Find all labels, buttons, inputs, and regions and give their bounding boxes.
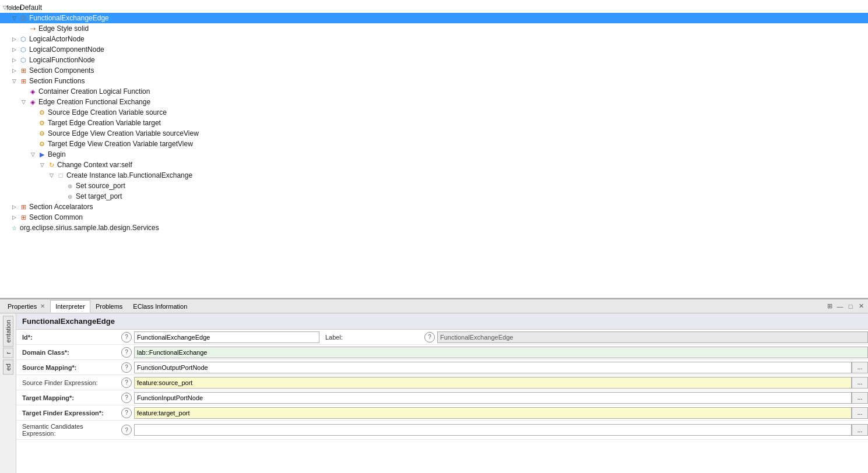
tab-action-btn-3[interactable]: ✕	[856, 302, 866, 311]
tree-toggle[interactable]: ▽	[28, 150, 37, 159]
tree-item-sectionFunctions[interactable]: ▽⊞Section Functions	[0, 76, 868, 86]
form-input[interactable]	[134, 362, 852, 373]
tree-node-icon: ↻	[47, 160, 56, 170]
tree-item-createInstance[interactable]: ▽□Create Instance lab.FunctionalExchange	[0, 170, 868, 181]
tree-node-icon: ⊛	[65, 181, 75, 190]
tree-toggle[interactable]	[19, 87, 28, 96]
tab-action-btn-2[interactable]: □	[846, 302, 855, 311]
form-field-group: ...	[134, 407, 868, 419]
tree-toggle[interactable]	[56, 181, 65, 190]
tree-toggle[interactable]: ▽	[47, 171, 56, 180]
help-icon[interactable]: ?	[121, 408, 132, 418]
tree-item-default[interactable]: ▽folderDefault	[0, 2, 868, 13]
tree-node-icon: folder	[9, 3, 19, 12]
tree-toggle[interactable]: ▽	[9, 76, 19, 86]
form-label: Label:	[319, 331, 424, 343]
tree-node-icon: ⬡	[19, 34, 28, 44]
form-label: Target Mapping*:	[16, 392, 121, 404]
help-icon[interactable]: ?	[424, 332, 435, 343]
tree-toggle[interactable]	[56, 192, 65, 201]
form-input[interactable]	[134, 392, 852, 404]
tab-eclass[interactable]: EClass Information	[128, 300, 192, 313]
help-icon[interactable]: ?	[121, 347, 132, 358]
browse-button[interactable]: ...	[852, 377, 868, 389]
browse-button[interactable]: ...	[852, 392, 868, 404]
form-input[interactable]	[134, 377, 852, 389]
tree-item-setTargetPort[interactable]: ⊛Set target_port	[0, 191, 868, 202]
tree-item-begin[interactable]: ▽▶Begin	[0, 149, 868, 160]
tree-item-targetEdgeCreation[interactable]: ⚙Target Edge Creation Variable target	[0, 118, 868, 128]
help-icon[interactable]: ?	[121, 377, 132, 388]
tree-toggle[interactable]: ▷	[9, 55, 19, 65]
tree-item-functionalExchangeEdge[interactable]: ▽⬡FunctionalExchangeEdge	[0, 13, 868, 23]
tree-toggle[interactable]	[0, 223, 9, 232]
tree-toggle[interactable]: ▷	[9, 45, 19, 54]
form-input[interactable]	[134, 347, 868, 358]
tree-toggle[interactable]: ▷	[9, 34, 19, 44]
tree-toggle[interactable]: ▷	[9, 202, 19, 211]
tree-toggle[interactable]	[28, 118, 37, 128]
form-input-id[interactable]	[134, 331, 319, 343]
form-input[interactable]	[134, 424, 852, 436]
tree-item-changeContext[interactable]: ▽↻Change Context var:self	[0, 160, 868, 170]
tree-item-containerCreation[interactable]: ◈Container Creation Logical Function	[0, 86, 868, 97]
form-row-6: Semantic Candidates Expression:?...	[16, 421, 868, 440]
tree-toggle[interactable]: ▽	[9, 13, 19, 23]
browse-button[interactable]: ...	[852, 362, 868, 373]
tree-item-sourceEdgeCreation[interactable]: ⚙Source Edge Creation Variable source	[0, 107, 868, 118]
tree-item-edgeCreation[interactable]: ▽◈Edge Creation Functional Exchange	[0, 97, 868, 107]
tree-toggle[interactable]	[28, 139, 37, 149]
browse-button[interactable]: ...	[852, 424, 868, 436]
tab-actions: ⊞—□✕	[825, 302, 866, 311]
sidebar-vertical-tab[interactable]: r	[3, 348, 13, 358]
tree-toggle[interactable]	[28, 108, 37, 117]
tree-node-label: Change Context var:self	[57, 161, 132, 169]
help-icon[interactable]: ?	[121, 362, 132, 373]
form-input-label[interactable]	[437, 331, 868, 343]
form-label: Domain Class*:	[16, 347, 121, 358]
tree-item-sectionAccelerators[interactable]: ▷⊞Section Accelarators	[0, 202, 868, 212]
browse-button[interactable]: ...	[852, 407, 868, 419]
tree-item-sourceEdgeView[interactable]: ⚙Source Edge View Creation Variable sour…	[0, 128, 868, 139]
tab-properties[interactable]: Properties✕	[2, 300, 50, 313]
tree-item-logicalFunctionNode[interactable]: ▷⬡LogicalFunctionNode	[0, 55, 868, 65]
tab-action-btn-0[interactable]: ⊞	[825, 302, 834, 311]
tree-node-icon: ⊞	[19, 66, 28, 75]
tab-interpreter[interactable]: Interpreter	[50, 300, 90, 313]
tree-node-icon: ◈	[28, 87, 37, 96]
main-container: ▽folderDefault▽⬡FunctionalExchangeEdge⇢E…	[0, 0, 868, 473]
help-icon[interactable]: ?	[121, 332, 132, 343]
tree-item-orgService[interactable]: ☆org.eclipse.sirius.sample.lab.design.Se…	[0, 223, 868, 233]
tab-close-icon[interactable]: ✕	[40, 303, 45, 309]
tree-toggle[interactable]: ▷	[9, 66, 19, 75]
tree-node-label: Section Accelarators	[29, 203, 93, 211]
form-label: Id*:	[16, 331, 121, 343]
tree-item-logicalActorNode[interactable]: ▷⬡LogicalActorNode	[0, 34, 868, 44]
tree-toggle[interactable]: ▽	[37, 160, 47, 170]
tree-item-sectionComponents[interactable]: ▷⊞Section Components	[0, 65, 868, 76]
tree-item-logicalComponentNode[interactable]: ▷⬡LogicalComponentNode	[0, 44, 868, 55]
help-icon[interactable]: ?	[121, 393, 132, 403]
tree-node-icon: ⊞	[19, 202, 28, 211]
sidebar-vertical-tab[interactable]: ed	[3, 359, 13, 375]
tree-item-targetEdgeView[interactable]: ⚙Target Edge View Creation Variable targ…	[0, 139, 868, 149]
form-title: FunctionalExchangeEdge	[16, 313, 868, 330]
tab-problems[interactable]: Problems	[90, 300, 128, 313]
tree-toggle[interactable]	[19, 24, 28, 33]
tree-node-label: Target Edge Creation Variable target	[48, 119, 161, 127]
tree-toggle[interactable]: ▽	[19, 97, 28, 107]
help-icon[interactable]: ?	[121, 425, 132, 435]
tree-item-setSourcePort[interactable]: ⊛Set source_port	[0, 181, 868, 191]
form-dual-left: Id*:?	[16, 331, 319, 343]
tree-toggle[interactable]	[28, 129, 37, 138]
tree-node-label: Section Components	[29, 66, 94, 75]
form-label: Source Mapping*:	[16, 362, 121, 373]
tree-node-label: Section Common	[29, 213, 83, 221]
form-input[interactable]	[134, 407, 852, 419]
tree-node-icon: ☆	[9, 223, 19, 232]
tree-item-edgeStyleSolid[interactable]: ⇢Edge Style solid	[0, 23, 868, 34]
tree-item-sectionCommon[interactable]: ▷⊞Section Common	[0, 212, 868, 223]
sidebar-vertical-tab[interactable]: entation	[3, 316, 13, 347]
tab-action-btn-1[interactable]: —	[835, 302, 845, 311]
tree-toggle[interactable]: ▷	[9, 213, 19, 222]
